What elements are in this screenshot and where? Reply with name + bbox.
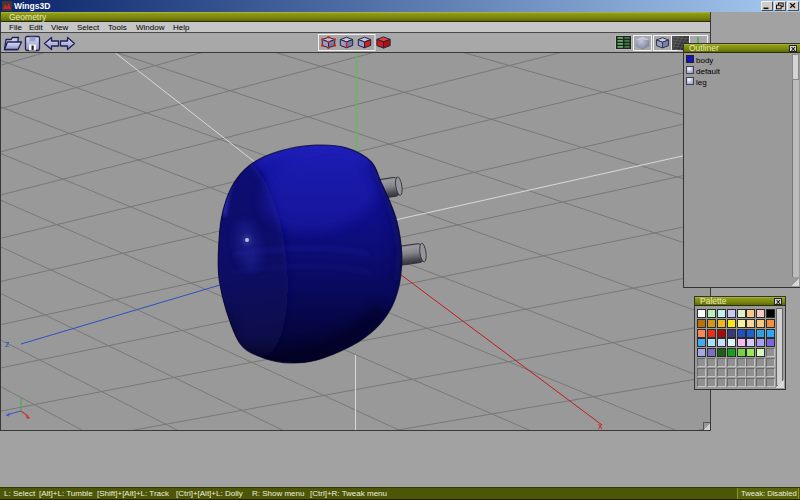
svg-text:z: z	[5, 339, 10, 349]
svg-text:x: x	[598, 421, 603, 430]
